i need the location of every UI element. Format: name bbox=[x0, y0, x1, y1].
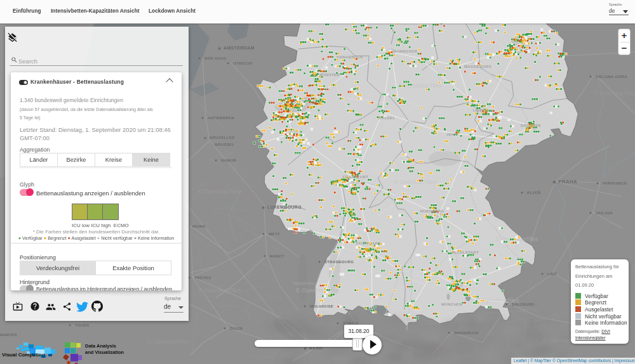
svg-text:and Visualization: and Visualization bbox=[85, 349, 124, 355]
svg-text:© OpenMapTiles: © OpenMapTiles bbox=[296, 287, 339, 294]
svg-text:STUTTGART: STUTTGART bbox=[356, 242, 380, 245]
svg-text:MULHOUSE: MULHOUSE bbox=[310, 304, 333, 308]
svg-text:ZIELONA GÓRA: ZIELONA GÓRA bbox=[596, 74, 627, 79]
svg-text:- BRUSSEL: - BRUSSEL bbox=[212, 143, 235, 146]
svg-text:DRESDEN: DRESDEN bbox=[521, 124, 541, 127]
svg-text:DIJON: DIJON bbox=[230, 327, 243, 330]
svg-text:PLZEŇ: PLZEŇ bbox=[527, 190, 540, 195]
svg-text:LEIPZIG: LEIPZIG bbox=[473, 108, 490, 112]
svg-text:★: ★ bbox=[552, 179, 557, 185]
svg-text:OSNABRÜCK: OSNABRÜCK bbox=[337, 55, 363, 59]
svg-text:KASSEL: KASSEL bbox=[378, 116, 395, 120]
svg-text:★: ★ bbox=[217, 46, 222, 51]
svg-text:FREIBURG: FREIBURG bbox=[293, 282, 315, 285]
svg-text:MÜNCHEN: MÜNCHEN bbox=[441, 302, 462, 306]
svg-text:NÜRNBERG: NÜRNBERG bbox=[420, 209, 444, 213]
svg-text:HANNOVER: HANNOVER bbox=[394, 49, 417, 53]
svg-text:JIHLAVA: JIHLAVA bbox=[596, 211, 613, 215]
svg-text:JENA: JENA bbox=[446, 133, 458, 136]
svg-text:Data Analysis: Data Analysis bbox=[85, 343, 116, 349]
svg-text:TOURS: TOURS bbox=[75, 323, 90, 327]
svg-text:© OpenMapTiles: © OpenMapTiles bbox=[394, 179, 437, 185]
svg-text:NANTES: NANTES bbox=[0, 333, 17, 337]
svg-text:LINZ: LINZ bbox=[547, 272, 557, 276]
svg-text:Visual Computing: Visual Computing bbox=[2, 352, 45, 358]
svg-text:© OpenMapTiles: © OpenMapTiles bbox=[594, 90, 635, 96]
svg-text:PRAHA: PRAHA bbox=[558, 179, 577, 185]
svg-text:METZ: METZ bbox=[269, 232, 280, 236]
svg-text:FRANKFURT: FRANKFURT bbox=[343, 175, 368, 179]
svg-text:© OpenMapTiles: © OpenMapTiles bbox=[198, 287, 241, 294]
svg-text:DEN HAAG: DEN HAAG bbox=[204, 56, 227, 60]
svg-text:REIMS: REIMS bbox=[192, 224, 206, 228]
svg-text:AMSTERDAM: AMSTERDAM bbox=[224, 46, 255, 50]
svg-text:INGOLSTADT: INGOLSTADT bbox=[452, 250, 479, 254]
svg-text:MAGDEBURG: MAGDEBURG bbox=[464, 65, 491, 68]
svg-text:TROYES: TROYES bbox=[194, 276, 211, 280]
svg-text:★: ★ bbox=[203, 136, 207, 140]
svg-text:PARDUBICE: PARDUBICE bbox=[603, 181, 627, 185]
svg-text:STRASBOURG: STRASBOURG bbox=[324, 260, 354, 264]
svg-text:BRUXELLES: BRUXELLES bbox=[210, 136, 235, 140]
svg-text:ANTWERPEN: ANTWERPEN bbox=[208, 116, 234, 120]
svg-text:UTRECHT: UTRECHT bbox=[233, 62, 253, 65]
svg-text:MÜNSTER: MÜNSTER bbox=[319, 73, 340, 77]
svg-text:LUXEMBOURG: LUXEMBOURG bbox=[267, 205, 302, 209]
svg-text:NANCY: NANCY bbox=[270, 254, 284, 258]
svg-text:© OpenMapTiles: © OpenMapTiles bbox=[198, 188, 241, 195]
svg-text:NAMUR: NAMUR bbox=[221, 159, 236, 162]
svg-text:INNSBRUCK: INNSBRUCK bbox=[454, 331, 479, 335]
svg-text:SALZBURG: SALZBURG bbox=[512, 302, 535, 306]
svg-text:★: ★ bbox=[261, 205, 265, 211]
